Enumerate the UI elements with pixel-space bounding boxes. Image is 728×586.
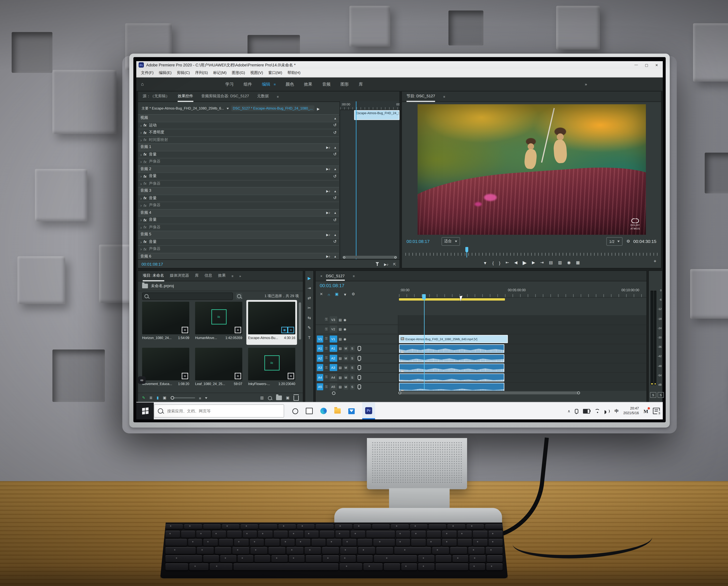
fx-badge-icon[interactable]: fx <box>144 182 147 185</box>
tray-expand-icon[interactable]: ∧ <box>568 409 570 413</box>
timeline-tab[interactable]: DSC_5127 <box>326 271 345 280</box>
chevron-right-icon[interactable]: › <box>140 138 142 142</box>
volume-icon[interactable] <box>605 409 610 413</box>
effect-row-声像器[interactable]: ›fx声像器 <box>138 245 339 253</box>
menu-剪辑[interactable]: 剪辑(C) <box>177 70 190 75</box>
project-panel-tab[interactable]: 媒体浏览器 <box>170 271 189 281</box>
clip-name[interactable]: HumanMove... <box>195 336 217 339</box>
program-monitor-tab[interactable]: 节目: DSC_5127 <box>407 91 435 102</box>
playback-resolution-dropdown[interactable]: 1/2 <box>606 237 623 246</box>
track-target-V3[interactable]: V3 <box>329 316 337 323</box>
voiceover-mic-icon[interactable] <box>358 346 361 351</box>
lock-icon[interactable]: ⚿ <box>325 366 328 370</box>
menu-文件[interactable]: 文件(F) <box>141 70 153 75</box>
track-target-V1[interactable]: V1 <box>329 335 337 342</box>
track-section-音频 5[interactable]: 音频 5▶♪▲ <box>138 231 339 238</box>
collapse-icon[interactable]: ▲ <box>334 146 337 149</box>
mark-in-button[interactable]: { <box>492 261 494 265</box>
chevron-right-icon[interactable]: › <box>140 218 142 222</box>
track-lane-A5[interactable]: fx <box>398 382 647 391</box>
lane-scrollbar[interactable] <box>342 256 397 259</box>
source-patch-V2[interactable] <box>317 326 323 333</box>
effect-panel-tab[interactable]: 源：（无剪辑） <box>143 91 170 102</box>
taskbar-clock[interactable]: 20:472021/5/16 <box>623 407 639 415</box>
workspace-tab-库[interactable]: 库 <box>359 81 363 87</box>
effect-row-运动[interactable]: ›fx运动↺ <box>138 122 339 129</box>
solo-button[interactable]: S <box>350 346 355 351</box>
track-header-A5[interactable]: A5⚿A5▤MS <box>316 382 398 391</box>
menu-视图[interactable]: 视图(V) <box>250 70 263 75</box>
mark-out-button[interactable]: } <box>499 261 500 265</box>
file-explorer-icon[interactable] <box>334 408 341 414</box>
tray-app-m-icon[interactable]: M <box>644 408 648 414</box>
search-bin-button[interactable] <box>236 293 242 299</box>
fx-badge-icon[interactable]: fx <box>144 226 147 229</box>
audio-clip-A3[interactable]: fx <box>399 363 504 372</box>
delete-button[interactable] <box>293 395 299 401</box>
step-forward-button[interactable]: ▶ <box>532 260 535 265</box>
fx-badge-icon[interactable]: fx <box>144 131 147 134</box>
audio-loop-icon[interactable]: ▶♪ <box>326 233 330 236</box>
sync-lock-icon[interactable]: ▤ <box>339 347 342 350</box>
track-section-音频 1[interactable]: 音频 1▶♪▲ <box>138 143 339 151</box>
audio-loop-icon[interactable]: ▶♪ <box>326 167 330 171</box>
chevron-right-icon[interactable]: › <box>140 196 142 200</box>
effect-row-音量[interactable]: ›fx音量↺ <box>138 151 339 158</box>
insert-overwrite-icon[interactable]: ✕ <box>320 292 323 297</box>
collapse-icon[interactable]: ▲ <box>334 211 337 214</box>
sync-lock-icon[interactable]: ▤ <box>339 318 342 322</box>
premiere-taskbar-icon[interactable]: Pr <box>362 403 375 419</box>
clip-name[interactable]: Movement_Educa... <box>142 382 172 386</box>
sort-icons-button[interactable]: ≡ <box>199 396 201 400</box>
chevron-right-icon[interactable]: › <box>140 182 142 186</box>
workspace-tab-编辑[interactable]: 编辑 <box>262 81 270 87</box>
project-search-input[interactable] <box>142 292 233 300</box>
chevron-right-icon[interactable]: › <box>140 225 142 229</box>
track-header-A4[interactable]: A4⚿A4▤MS <box>316 373 398 382</box>
workspace-tab-学习[interactable]: 学习 <box>225 81 234 87</box>
solo-button[interactable]: S <box>350 375 355 380</box>
mute-button[interactable]: M <box>343 384 348 389</box>
workspace-tab-效果[interactable]: 效果 <box>304 81 312 87</box>
track-header-A2[interactable]: A2⚿A2▤MS <box>316 354 398 363</box>
extract-button[interactable]: ▥ <box>558 260 562 265</box>
project-scrollbar[interactable] <box>299 302 301 339</box>
track-target-V2[interactable]: V2 <box>329 326 337 333</box>
mail-icon[interactable] <box>348 408 355 414</box>
play-button[interactable]: ▶ <box>523 260 527 265</box>
menu-图形[interactable]: 图形(G) <box>232 70 245 75</box>
sync-lock-icon[interactable]: ▤ <box>339 376 342 379</box>
solo-button[interactable]: S <box>350 365 355 370</box>
voiceover-mic-icon[interactable] <box>358 365 361 370</box>
project-panel-overflow[interactable]: » <box>239 274 241 278</box>
lock-icon[interactable]: ⚿ <box>325 317 328 322</box>
close-icon[interactable]: × <box>320 274 322 278</box>
effect-panel-tab[interactable]: 音频剪辑混合器: DSC_5127 <box>201 91 249 102</box>
reset-effect-icon[interactable]: ↺ <box>333 196 337 201</box>
fx-badge-icon[interactable]: fx <box>144 218 147 222</box>
mute-button[interactable]: M <box>343 365 348 370</box>
project-panel-tab[interactable]: 库 <box>195 271 199 281</box>
audio-loop-icon[interactable]: ▶♪ <box>326 211 330 214</box>
effect-row-音量[interactable]: ›fx音量↺ <box>138 238 339 245</box>
fit-dropdown[interactable]: 适合 <box>441 237 460 246</box>
wifi-icon[interactable] <box>595 409 600 413</box>
cortana-icon[interactable] <box>292 408 298 414</box>
button-editor-plus[interactable]: + <box>654 259 656 264</box>
reset-effect-icon[interactable]: ↺ <box>333 152 337 157</box>
track-lane-A2[interactable]: fx <box>398 354 647 363</box>
icon-view-button[interactable]: ▮ <box>157 396 159 400</box>
taskbar-search[interactable] <box>154 404 284 418</box>
home-icon[interactable]: ⌂ <box>141 81 144 87</box>
eye-icon[interactable]: ◉ <box>343 328 346 331</box>
effect-row-声像器[interactable]: ›fx声像器 <box>138 223 339 231</box>
effect-row-时间重映射[interactable]: ›fx时间重映射 <box>138 136 339 143</box>
fx-badge-icon[interactable]: fx <box>144 175 147 178</box>
menu-标记[interactable]: 标记(M) <box>213 70 227 75</box>
mute-button[interactable]: M <box>343 375 348 380</box>
ime-indicator[interactable]: 中 <box>615 408 619 414</box>
meter-solo-button[interactable]: S <box>650 392 656 398</box>
comparison-view-button[interactable]: ▦ <box>576 260 580 265</box>
effect-row-不透明度[interactable]: ›fx不透明度↺ <box>138 129 339 136</box>
source-patch-V3[interactable] <box>317 316 323 323</box>
